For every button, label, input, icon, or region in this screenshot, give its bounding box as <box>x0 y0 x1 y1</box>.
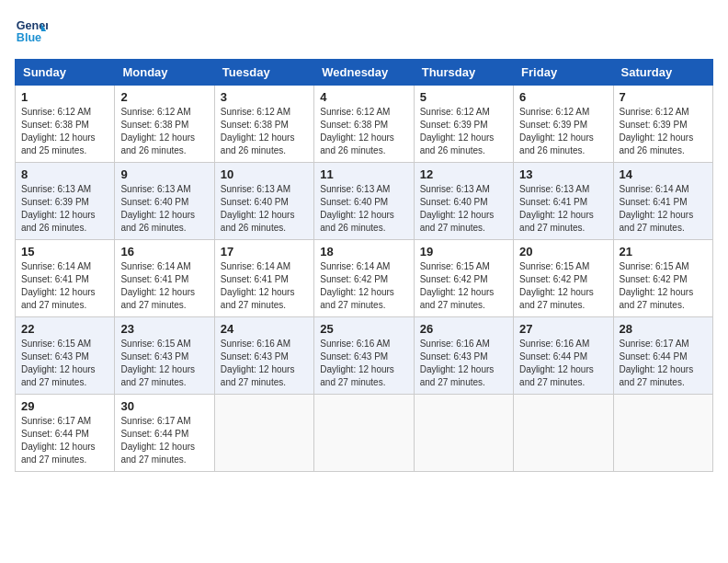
column-header-wednesday: Wednesday <box>314 60 414 86</box>
calendar-week-1: 1Sunrise: 6:12 AM Sunset: 6:38 PM Daylig… <box>16 86 713 163</box>
column-header-tuesday: Tuesday <box>214 60 313 86</box>
calendar-cell: 3Sunrise: 6:12 AM Sunset: 6:38 PM Daylig… <box>214 86 313 163</box>
day-info: Sunrise: 6:17 AM Sunset: 6:44 PM Dayligh… <box>120 415 208 466</box>
calendar-cell: 1Sunrise: 6:12 AM Sunset: 6:38 PM Daylig… <box>16 86 115 163</box>
day-info: Sunrise: 6:16 AM Sunset: 6:43 PM Dayligh… <box>320 338 407 389</box>
calendar-cell <box>314 395 414 472</box>
day-info: Sunrise: 6:12 AM Sunset: 6:38 PM Dayligh… <box>320 106 407 157</box>
day-number: 12 <box>420 167 507 181</box>
day-number: 14 <box>620 167 707 181</box>
day-info: Sunrise: 6:13 AM Sunset: 6:41 PM Dayligh… <box>519 183 607 235</box>
calendar-week-5: 29Sunrise: 6:17 AM Sunset: 6:44 PM Dayli… <box>16 395 713 472</box>
day-info: Sunrise: 6:15 AM Sunset: 6:42 PM Dayligh… <box>519 260 607 312</box>
day-info: Sunrise: 6:12 AM Sunset: 6:38 PM Dayligh… <box>120 106 208 157</box>
day-number: 28 <box>620 322 707 336</box>
calendar-header: SundayMondayTuesdayWednesdayThursdayFrid… <box>16 60 713 86</box>
calendar-cell: 21Sunrise: 6:15 AM Sunset: 6:42 PM Dayli… <box>613 240 712 317</box>
day-number: 15 <box>21 245 108 259</box>
column-header-monday: Monday <box>115 60 214 86</box>
calendar-week-4: 22Sunrise: 6:15 AM Sunset: 6:43 PM Dayli… <box>16 317 713 395</box>
calendar-cell <box>214 395 313 472</box>
day-info: Sunrise: 6:12 AM Sunset: 6:39 PM Dayligh… <box>420 106 507 157</box>
day-info: Sunrise: 6:16 AM Sunset: 6:43 PM Dayligh… <box>420 338 507 389</box>
calendar-cell: 29Sunrise: 6:17 AM Sunset: 6:44 PM Dayli… <box>16 395 115 472</box>
calendar-cell: 12Sunrise: 6:13 AM Sunset: 6:40 PM Dayli… <box>414 163 513 240</box>
calendar-cell: 2Sunrise: 6:12 AM Sunset: 6:38 PM Daylig… <box>115 86 214 163</box>
calendar-cell: 10Sunrise: 6:13 AM Sunset: 6:40 PM Dayli… <box>214 163 313 240</box>
calendar-cell: 24Sunrise: 6:16 AM Sunset: 6:43 PM Dayli… <box>214 317 313 395</box>
day-info: Sunrise: 6:15 AM Sunset: 6:42 PM Dayligh… <box>420 260 507 312</box>
calendar-cell: 4Sunrise: 6:12 AM Sunset: 6:38 PM Daylig… <box>314 86 414 163</box>
calendar-cell <box>613 395 712 472</box>
day-number: 16 <box>120 245 208 259</box>
day-info: Sunrise: 6:14 AM Sunset: 6:42 PM Dayligh… <box>320 260 407 312</box>
day-number: 23 <box>120 322 208 336</box>
day-info: Sunrise: 6:12 AM Sunset: 6:39 PM Dayligh… <box>620 106 707 157</box>
day-number: 27 <box>519 322 607 336</box>
day-number: 13 <box>519 167 607 181</box>
logo: General Blue <box>15 15 51 48</box>
calendar-cell: 15Sunrise: 6:14 AM Sunset: 6:41 PM Dayli… <box>16 240 115 317</box>
calendar-cell <box>514 395 613 472</box>
day-number: 26 <box>420 322 507 336</box>
day-info: Sunrise: 6:13 AM Sunset: 6:40 PM Dayligh… <box>320 183 407 235</box>
day-info: Sunrise: 6:15 AM Sunset: 6:42 PM Dayligh… <box>620 260 707 312</box>
calendar-cell: 7Sunrise: 6:12 AM Sunset: 6:39 PM Daylig… <box>613 86 712 163</box>
column-header-saturday: Saturday <box>613 60 712 86</box>
column-header-sunday: Sunday <box>16 60 115 86</box>
calendar-body: 1Sunrise: 6:12 AM Sunset: 6:38 PM Daylig… <box>16 86 713 472</box>
calendar-cell: 27Sunrise: 6:16 AM Sunset: 6:44 PM Dayli… <box>514 317 613 395</box>
day-info: Sunrise: 6:12 AM Sunset: 6:39 PM Dayligh… <box>519 106 607 157</box>
calendar-cell: 8Sunrise: 6:13 AM Sunset: 6:39 PM Daylig… <box>16 163 115 240</box>
day-number: 9 <box>120 167 208 181</box>
day-number: 7 <box>620 90 707 104</box>
calendar-cell <box>414 395 513 472</box>
column-header-friday: Friday <box>514 60 613 86</box>
day-number: 10 <box>221 167 308 181</box>
calendar-cell: 26Sunrise: 6:16 AM Sunset: 6:43 PM Dayli… <box>414 317 513 395</box>
day-number: 25 <box>320 322 407 336</box>
calendar-cell: 22Sunrise: 6:15 AM Sunset: 6:43 PM Dayli… <box>16 317 115 395</box>
day-number: 22 <box>21 322 108 336</box>
svg-text:Blue: Blue <box>17 31 41 44</box>
day-number: 18 <box>320 245 407 259</box>
day-info: Sunrise: 6:16 AM Sunset: 6:44 PM Dayligh… <box>519 338 607 389</box>
calendar-cell: 23Sunrise: 6:15 AM Sunset: 6:43 PM Dayli… <box>115 317 214 395</box>
day-number: 1 <box>21 90 108 104</box>
calendar-cell: 5Sunrise: 6:12 AM Sunset: 6:39 PM Daylig… <box>414 86 513 163</box>
calendar-cell: 20Sunrise: 6:15 AM Sunset: 6:42 PM Dayli… <box>514 240 613 317</box>
calendar-cell: 25Sunrise: 6:16 AM Sunset: 6:43 PM Dayli… <box>314 317 414 395</box>
calendar-cell: 19Sunrise: 6:15 AM Sunset: 6:42 PM Dayli… <box>414 240 513 317</box>
calendar-cell: 17Sunrise: 6:14 AM Sunset: 6:41 PM Dayli… <box>214 240 313 317</box>
day-info: Sunrise: 6:13 AM Sunset: 6:40 PM Dayligh… <box>221 183 308 235</box>
day-number: 21 <box>620 245 707 259</box>
column-header-thursday: Thursday <box>414 60 513 86</box>
day-number: 6 <box>519 90 607 104</box>
day-info: Sunrise: 6:17 AM Sunset: 6:44 PM Dayligh… <box>21 415 108 466</box>
day-number: 4 <box>320 90 407 104</box>
day-number: 30 <box>120 399 208 413</box>
day-number: 20 <box>519 245 607 259</box>
calendar-cell: 6Sunrise: 6:12 AM Sunset: 6:39 PM Daylig… <box>514 86 613 163</box>
day-info: Sunrise: 6:12 AM Sunset: 6:38 PM Dayligh… <box>221 106 308 157</box>
day-number: 8 <box>21 167 108 181</box>
day-number: 5 <box>420 90 507 104</box>
calendar-cell: 11Sunrise: 6:13 AM Sunset: 6:40 PM Dayli… <box>314 163 414 240</box>
day-number: 19 <box>420 245 507 259</box>
day-info: Sunrise: 6:13 AM Sunset: 6:40 PM Dayligh… <box>120 183 208 235</box>
day-info: Sunrise: 6:14 AM Sunset: 6:41 PM Dayligh… <box>221 260 308 312</box>
day-number: 3 <box>221 90 308 104</box>
calendar-cell: 14Sunrise: 6:14 AM Sunset: 6:41 PM Dayli… <box>613 163 712 240</box>
page-header: General Blue <box>15 15 713 48</box>
calendar-cell: 9Sunrise: 6:13 AM Sunset: 6:40 PM Daylig… <box>115 163 214 240</box>
calendar-table: SundayMondayTuesdayWednesdayThursdayFrid… <box>15 59 713 472</box>
calendar-week-3: 15Sunrise: 6:14 AM Sunset: 6:41 PM Dayli… <box>16 240 713 317</box>
day-number: 24 <box>221 322 308 336</box>
day-info: Sunrise: 6:12 AM Sunset: 6:38 PM Dayligh… <box>21 106 108 157</box>
calendar-week-2: 8Sunrise: 6:13 AM Sunset: 6:39 PM Daylig… <box>16 163 713 240</box>
day-number: 29 <box>21 399 108 413</box>
day-info: Sunrise: 6:13 AM Sunset: 6:39 PM Dayligh… <box>21 183 108 235</box>
calendar-cell: 28Sunrise: 6:17 AM Sunset: 6:44 PM Dayli… <box>613 317 712 395</box>
logo-icon: General Blue <box>15 15 48 48</box>
day-info: Sunrise: 6:16 AM Sunset: 6:43 PM Dayligh… <box>221 338 308 389</box>
